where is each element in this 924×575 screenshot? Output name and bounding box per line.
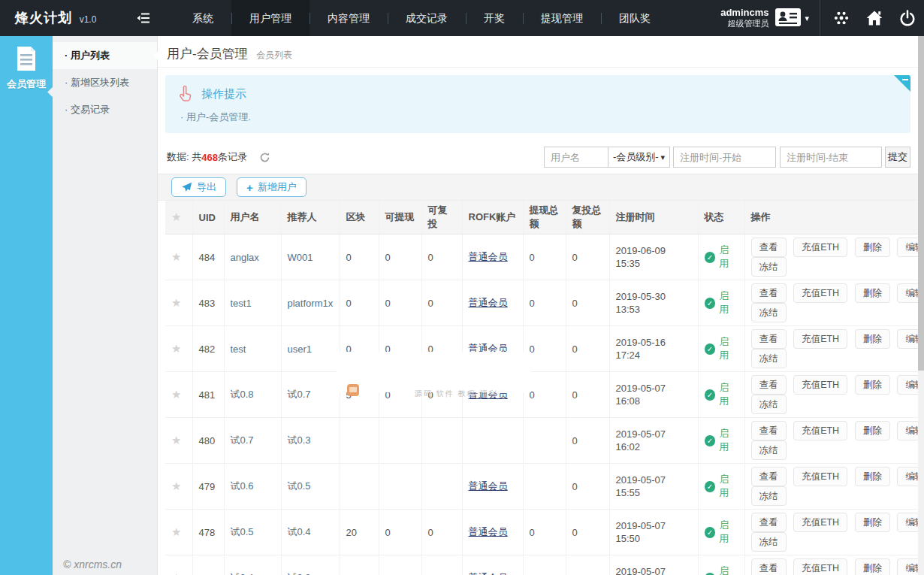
sidebar-toggle-icon[interactable] [134,0,153,36]
nav-menu-item[interactable]: 开奖 [466,0,523,36]
freeze-button[interactable]: 冻结 [751,257,787,277]
cell-reinvest-total: 0 [566,510,609,555]
delete-button[interactable]: 删除 [855,513,890,532]
nav-menu-item[interactable]: 团队奖 [601,0,669,36]
vertical-scrollbar[interactable] [918,36,924,575]
sidebar-submenu-item[interactable]: · 交易记录 [53,96,157,123]
nav-menu-item[interactable]: 成交记录 [388,0,466,36]
col-header-withdraw-total: 提现总额 [523,201,566,235]
edit-button[interactable]: 编辑 [897,467,918,486]
member-level-link[interactable]: 普通会员 [469,526,508,537]
current-user: admincms 超级管理员 [720,8,768,29]
cell-block: 0 [340,280,379,326]
username-filter-input[interactable] [544,147,608,168]
recharge-eth-button[interactable]: 充值ETH [793,238,847,257]
cell-reinvestable [421,418,462,464]
view-button[interactable]: 查看 [751,513,787,532]
edit-button[interactable]: 编辑 [897,238,918,257]
edit-button[interactable]: 编辑 [897,558,918,575]
recharge-eth-button[interactable]: 充值ETH [793,329,847,349]
recharge-eth-button[interactable]: 充值ETH [793,421,847,440]
freeze-button[interactable]: 冻结 [751,486,787,506]
delete-button[interactable]: 删除 [855,467,890,486]
favorite-star-icon[interactable]: ★ [171,434,181,446]
user-dropdown-caret[interactable]: ▾ [805,14,809,23]
favorite-star-icon[interactable]: ★ [171,480,181,492]
submit-button[interactable]: 提交 [885,147,910,168]
member-level-link[interactable]: 普通会员 [469,297,508,308]
check-circle-icon: ✓ [705,389,716,401]
nav-menu-item[interactable]: 提现管理 [523,0,601,36]
favorite-star-icon[interactable]: ★ [171,342,181,355]
view-button[interactable]: 查看 [751,238,787,257]
delete-button[interactable]: 删除 [855,283,890,303]
edit-button[interactable]: 编辑 [897,375,918,395]
favorite-star-icon[interactable]: ★ [171,388,181,401]
home-icon[interactable] [858,0,891,36]
export-button[interactable]: 导出 [171,177,226,197]
member-level-link[interactable]: 普通会员 [469,251,508,262]
recharge-eth-button[interactable]: 充值ETH [793,467,847,486]
cell-uid: 484 [192,235,224,280]
cell-withdraw-total [523,464,566,510]
cell-block: 20 [340,555,379,575]
view-button[interactable]: 查看 [751,558,787,575]
delete-button[interactable]: 删除 [855,375,890,395]
top-navbar: 烽火计划 v1.0 系统用户管理内容管理成交记录开奖提现管理团队奖 adminc… [0,0,924,36]
recharge-eth-button[interactable]: 充值ETH [793,513,847,532]
col-header-referrer: 推荐人 [281,201,340,235]
freeze-button[interactable]: 冻结 [751,532,787,552]
favorite-star-icon[interactable]: ★ [171,525,181,538]
alert-collapse-corner[interactable] [894,75,910,92]
delete-button[interactable]: 删除 [855,329,890,349]
member-level-link[interactable]: 普通会员 [469,480,508,492]
nav-menu-item[interactable]: 用户管理 [231,0,310,36]
edit-button[interactable]: 编辑 [897,283,918,303]
member-level-link[interactable]: 普通会员 [469,572,508,575]
view-button[interactable]: 查看 [751,467,787,486]
nav-menu-item[interactable]: 系统 [174,0,231,36]
add-user-button[interactable]: + 新增用户 [237,177,306,197]
sidebar-submenu-item[interactable]: · 新增区块列表 [53,69,157,96]
delete-button[interactable]: 删除 [855,238,890,257]
view-button[interactable]: 查看 [751,283,787,303]
cell-uid: 480 [192,418,224,464]
cell-actions: 查看 充值ETH 删除 编辑 冻结 [744,235,918,280]
register-end-input[interactable] [780,147,882,168]
freeze-button[interactable]: 冻结 [751,395,787,414]
edit-button[interactable]: 编辑 [897,421,918,440]
main-menu: 系统用户管理内容管理成交记录开奖提现管理团队奖 [174,0,669,36]
delete-button[interactable]: 删除 [855,558,890,575]
member-level-select[interactable]: -会员级别- ▾ [608,147,670,168]
operation-tip-alert: 操作提示 · 用户-会员管理. [165,75,910,133]
freeze-button[interactable]: 冻结 [751,349,787,368]
favorite-star-icon[interactable]: ★ [171,571,181,575]
freeze-button[interactable]: 冻结 [751,303,787,322]
recharge-eth-button[interactable]: 充值ETH [793,558,847,575]
freeze-button[interactable]: 冻结 [751,440,787,460]
edit-button[interactable]: 编辑 [897,513,918,532]
status-badge: ✓ 启用 [705,381,738,408]
favorite-star-icon[interactable]: ★ [171,250,181,263]
refresh-icon[interactable] [259,152,270,163]
edit-button[interactable]: 编辑 [897,329,918,349]
logout-power-icon[interactable] [891,0,924,36]
page-title: 用户-会员管理 [167,47,248,61]
apps-dots-icon[interactable] [825,0,858,36]
view-button[interactable]: 查看 [751,375,787,395]
nav-menu-item[interactable]: 内容管理 [310,0,388,36]
delete-button[interactable]: 删除 [855,421,890,440]
recharge-eth-button[interactable]: 充值ETH [793,375,847,395]
register-start-input[interactable] [673,147,776,168]
sidebar-submenu-item[interactable]: · 用户列表 [53,42,157,69]
scrollbar-thumb[interactable] [918,36,924,371]
view-button[interactable]: 查看 [751,421,787,440]
user-idcard-icon[interactable] [775,6,802,31]
table-row: ★ 483 test1 platform1x 0 0 0 普通会员 0 0 20… [165,280,918,326]
table-row: ★ 482 test user1 0 0 0 普通会员 0 0 2019-05-… [165,326,918,372]
sidebar-group-members[interactable]: 会员管理 [0,36,53,91]
view-button[interactable]: 查看 [751,329,787,349]
recharge-eth-button[interactable]: 充值ETH [793,283,847,303]
favorite-star-icon[interactable]: ★ [171,296,181,309]
watermark-logo-icon [347,384,359,396]
